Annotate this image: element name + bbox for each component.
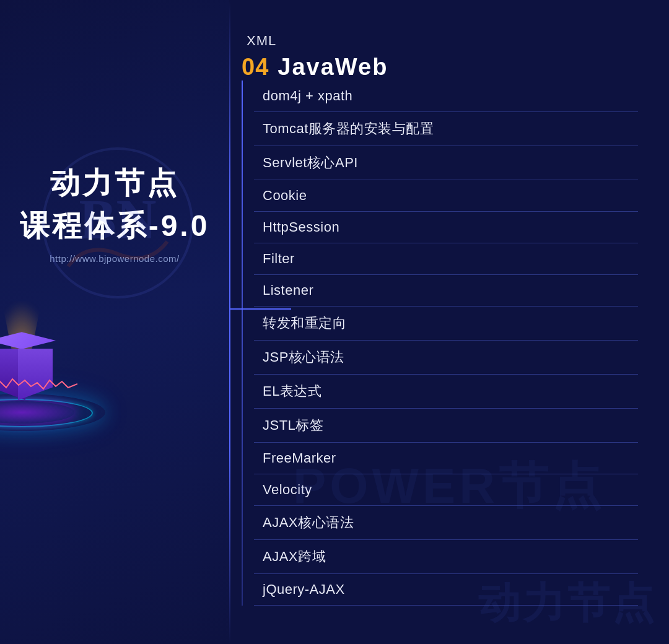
course-list-item: Cookie (254, 180, 638, 212)
course-list-item: Velocity (254, 474, 638, 506)
course-list-item: JSTL标签 (254, 409, 638, 443)
course-list-item: AJAX跨域 (254, 540, 638, 574)
course-items-container: dom4j + xpathTomcat服务器的安装与配置Servlet核心API… (242, 80, 638, 606)
course-list-item: Filter (254, 243, 638, 275)
course-list-item: 转发和重定向 (254, 307, 638, 341)
xml-item: XML (242, 28, 638, 54)
right-content: XML 04 JavaWeb dom4j + xpathTomcat服务器的安装… (242, 28, 638, 606)
bn-logo-watermark: BN (37, 142, 198, 303)
vertical-divider (229, 0, 230, 644)
course-list-item: Listener (254, 275, 638, 307)
svg-text:BN: BN (79, 189, 156, 250)
visual-area (0, 282, 115, 443)
section-header-row: 04 JavaWeb (242, 54, 638, 80)
course-list-item: dom4j + xpath (254, 80, 638, 112)
course-list-item: FreeMarker (254, 443, 638, 474)
section-name: JavaWeb (278, 54, 388, 80)
course-list-item: jQuery-AJAX (254, 574, 638, 606)
course-list-item: HttpSession (254, 212, 638, 243)
left-panel: BN 动力节点 课程体系-9.0 http://www.bjpowernode.… (0, 0, 229, 644)
section-number: 04 (242, 54, 269, 80)
course-list-item: AJAX核心语法 (254, 506, 638, 540)
wave-graphic (0, 375, 77, 394)
course-list-item: EL表达式 (254, 375, 638, 409)
course-list-item: Tomcat服务器的安装与配置 (254, 112, 638, 146)
course-list-item: JSP核心语法 (254, 341, 638, 375)
course-list-item: Servlet核心API (254, 146, 638, 180)
